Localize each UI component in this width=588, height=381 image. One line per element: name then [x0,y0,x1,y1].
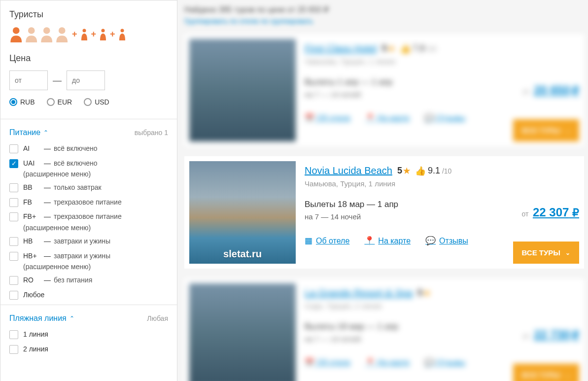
price-block: от 22 307 ₽ [522,206,579,219]
watermark: sletat.ru [189,248,296,260]
chevron-up-icon: ⌃ [43,129,48,136]
price-from-input[interactable] [9,70,48,90]
meal-option[interactable]: ✓UAI—всё включено [9,159,168,169]
meal-option[interactable]: FB+—трехразовое питание [9,212,168,222]
beach-option[interactable]: 1 линия [9,330,168,340]
meal-option[interactable]: BB—только завтрак [9,183,168,193]
on-map-link[interactable]: 📍На карте [364,236,411,246]
svg-point-3 [59,27,66,34]
child-icon[interactable] [118,29,126,42]
child-icon[interactable] [80,29,88,42]
checkbox[interactable] [9,276,18,285]
calendar-icon: ▦ [305,236,312,246]
tourists-title: Туристы [9,9,168,20]
plus-icon: + [72,29,77,39]
hotel-card-blurred: La Grande Resort & Spa5★ Сиде, Турция, 2… [184,278,584,381]
comment-icon: 💬 [425,236,436,246]
meal-option[interactable]: HB+—завтраки и ужины [9,251,168,261]
checkbox[interactable] [9,198,18,207]
svg-point-0 [13,27,20,34]
child-icon[interactable] [99,29,107,42]
hotel-card: sletat.ru Novia Lucida Beach 5★ 👍9.1/10 … [184,156,584,269]
meal-selected-count: выбрано 1 [135,129,168,137]
hotel-name-link[interactable]: Novia Lucida Beach [305,165,392,176]
hotel-location: Чамьюва, Турция, 1 линия [305,179,579,188]
adult-icon[interactable] [25,27,38,42]
dash: — [53,75,62,86]
adult-icon[interactable] [40,27,54,42]
results-area: Найдено 385 туров по цене от 20 650 ₽ Гр… [177,0,588,381]
plus-icon: + [110,29,115,39]
hotel-image[interactable]: sletat.ru [189,161,296,264]
currency-rub[interactable]: RUB [9,98,35,106]
meal-filter-header[interactable]: Питание ⌃ выбрано 1 [9,128,168,137]
meal-option[interactable]: FB—трехразовое питание [9,198,168,208]
price-link[interactable]: 22 307 ₽ [533,206,579,219]
about-hotel-link[interactable]: ▦Об отеле [305,236,349,246]
checkbox[interactable]: ✓ [9,159,18,168]
checkbox[interactable] [9,237,18,246]
filter-sidebar: Туристы + + + Цена — RUB EUR USD Питание… [0,0,177,381]
checkbox[interactable] [9,252,18,261]
meal-option[interactable]: RO—без питания [9,276,168,285]
meal-option[interactable]: HB—завтраки и ужины [9,237,168,246]
checkbox[interactable] [9,183,18,192]
adult-icon[interactable] [9,27,23,42]
svg-point-1 [28,27,35,34]
all-tours-button[interactable]: ВСЕ ТУРЫ⌄ [513,242,579,264]
checkbox[interactable] [9,330,18,339]
meal-option[interactable]: Любое [9,290,168,300]
price-to-input[interactable] [67,70,105,90]
beach-option[interactable]: 2 линия [9,345,168,354]
checkbox[interactable] [9,212,18,221]
hotel-rating: 👍9.1/10 [415,166,452,176]
results-grouping: Группировать по отелю по группировать [184,17,584,25]
pin-icon: 📍 [364,236,375,246]
hotel-stars: 5★ [397,166,410,176]
hotel-card-blurred: First Class Hotel5★👍7.8/10 Чамьюва, Турц… [184,34,584,146]
adult-icon[interactable] [55,27,69,42]
currency-eur[interactable]: EUR [47,98,72,106]
reviews-link[interactable]: 💬Отзывы [425,236,468,246]
results-count: Найдено 385 туров по цене от 20 650 ₽ [184,5,584,14]
currency-usd[interactable]: USD [84,98,109,106]
tourists-selector[interactable]: + + + [9,27,168,42]
beach-selected: Любая [147,314,168,322]
checkbox[interactable] [9,144,18,153]
chevron-up-icon: ⌃ [69,315,74,322]
meal-option[interactable]: AI—всё включено [9,144,168,154]
beach-filter-header[interactable]: Пляжная линия ⌃ Любая [9,314,168,323]
svg-point-2 [43,27,50,34]
currency-selector: RUB EUR USD [9,98,168,106]
svg-point-5 [102,29,105,33]
svg-point-6 [120,29,124,33]
plus-icon: + [91,29,97,39]
price-range: — [9,70,168,90]
star-icon: ★ [403,166,410,175]
price-title: Цена [9,53,168,64]
chevron-down-icon: ⌄ [565,249,570,256]
checkbox[interactable] [9,291,18,300]
checkbox[interactable] [9,345,18,354]
svg-point-4 [82,29,86,33]
thumb-icon: 👍 [415,166,426,176]
